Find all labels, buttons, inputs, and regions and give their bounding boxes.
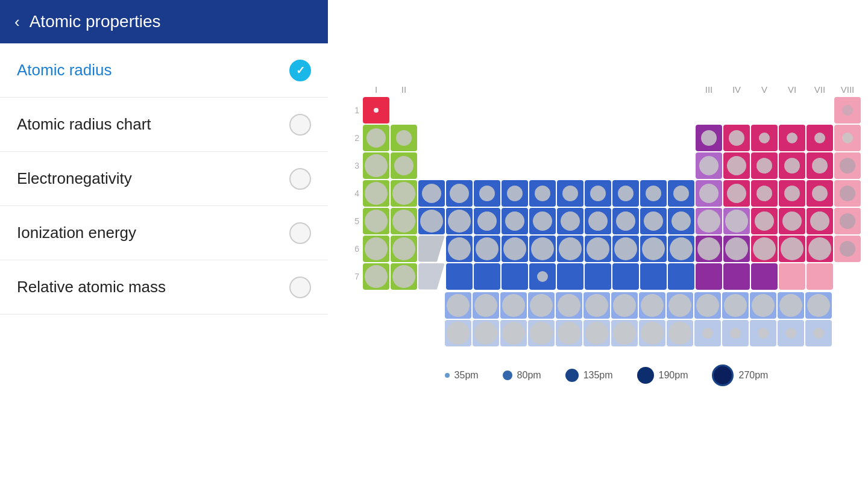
menu-item-relative-atomic-mass[interactable]: Relative atomic mass xyxy=(0,260,328,314)
cell-K xyxy=(363,180,389,207)
legend-item-270pm: 270pm xyxy=(712,364,768,386)
menu-item-ionization-energy[interactable]: Ionization energy xyxy=(0,206,328,260)
cell-Ar xyxy=(834,152,861,179)
row-label-1: 1 xyxy=(346,105,359,115)
cell-O xyxy=(779,125,805,151)
legend-item-135pm: 135pm xyxy=(565,369,613,382)
cell-Li xyxy=(363,125,389,151)
periodic-table: I II III IV V VI VII VIII 1 xyxy=(346,84,861,346)
legend-dot-135pm xyxy=(565,369,579,382)
row-label-6: 6 xyxy=(346,244,359,254)
legend-dot-80pm xyxy=(503,371,512,380)
pt-row-3: 3 xyxy=(346,152,861,179)
legend-label-80pm: 80pm xyxy=(517,370,541,381)
radio-ionization-energy[interactable] xyxy=(289,222,311,244)
cell-Ca xyxy=(391,180,417,207)
pt-row-7: 7 xyxy=(346,263,861,290)
cell-B xyxy=(696,125,722,151)
col-header-III: III xyxy=(696,84,722,95)
cell-Mg xyxy=(391,152,417,179)
cell-Ne xyxy=(834,125,861,151)
legend-label-190pm: 190pm xyxy=(659,370,688,381)
row-label-4: 4 xyxy=(346,189,359,198)
radio-relative-atomic-mass[interactable] xyxy=(289,277,311,298)
header: ‹ Atomic properties xyxy=(0,0,328,43)
menu-item-atomic-radius-chart[interactable]: Atomic radius chart xyxy=(0,98,328,152)
cell-N xyxy=(751,125,778,151)
menu-item-label: Relative atomic mass xyxy=(17,278,166,296)
menu-item-electronegativity[interactable]: Electronegativity xyxy=(0,152,328,206)
cell-F xyxy=(807,125,833,151)
radio-atomic-radius-chart[interactable] xyxy=(289,114,311,136)
cell-C xyxy=(723,125,750,151)
legend-dot-270pm xyxy=(712,364,734,386)
left-panel: ‹ Atomic properties Atomic radius Atomic… xyxy=(0,0,328,488)
back-button[interactable]: ‹ xyxy=(14,13,20,31)
cell-Al xyxy=(696,152,722,179)
radio-atomic-radius[interactable] xyxy=(289,60,311,81)
legend-dot-190pm xyxy=(637,367,654,384)
cell-H xyxy=(363,97,389,124)
legend-label-135pm: 135pm xyxy=(583,370,613,381)
cell-Cl xyxy=(807,152,833,179)
menu-item-label: Electronegativity xyxy=(17,169,132,188)
row-label-3: 3 xyxy=(346,161,359,170)
legend-item-190pm: 190pm xyxy=(637,367,688,384)
col-header-VIII: VIII xyxy=(834,84,861,95)
col-header-VII: VII xyxy=(807,84,833,95)
legend: 35pm 80pm 135pm 190pm 270pm xyxy=(439,364,769,386)
menu-item-atomic-radius[interactable]: Atomic radius xyxy=(0,43,328,98)
row-label-2: 2 xyxy=(346,133,359,143)
row-label-7: 7 xyxy=(346,272,359,281)
pt-row-1: 1 xyxy=(346,97,861,124)
row-label-5: 5 xyxy=(346,216,359,226)
menu-item-label: Atomic radius xyxy=(17,61,112,80)
legend-label-270pm: 270pm xyxy=(738,370,768,381)
pt-row-2: 2 xyxy=(346,125,861,151)
col-header-II: II xyxy=(391,84,417,95)
cell-Si xyxy=(723,152,750,179)
legend-label-35pm: 35pm xyxy=(454,370,479,381)
cell-He xyxy=(834,97,861,124)
cell-S xyxy=(779,152,805,179)
col-header-I: I xyxy=(363,84,389,95)
column-headers: I II III IV V VI VII VIII xyxy=(346,84,861,95)
menu-item-label: Atomic radius chart xyxy=(17,115,151,134)
legend-item-35pm: 35pm xyxy=(445,370,479,381)
pt-row-5: 5 xyxy=(346,208,861,234)
cell-Be xyxy=(391,125,417,151)
pt-grid: 1 xyxy=(346,97,861,290)
cell-P xyxy=(751,152,778,179)
radio-electronegativity[interactable] xyxy=(289,168,311,190)
header-title: Atomic properties xyxy=(30,12,161,31)
col-header-VI: VI xyxy=(779,84,805,95)
cell-Na xyxy=(363,152,389,179)
menu-item-label: Ionization energy xyxy=(17,224,136,242)
legend-dot-35pm xyxy=(445,373,450,378)
right-panel: I II III IV V VI VII VIII 1 xyxy=(328,0,868,488)
menu-items: Atomic radius Atomic radius chart Electr… xyxy=(0,43,328,488)
pt-row-4: 4 xyxy=(346,180,861,207)
col-header-V: V xyxy=(751,84,778,95)
pt-row-6: 6 xyxy=(346,236,861,262)
legend-item-80pm: 80pm xyxy=(503,370,541,381)
col-header-IV: IV xyxy=(723,84,750,95)
